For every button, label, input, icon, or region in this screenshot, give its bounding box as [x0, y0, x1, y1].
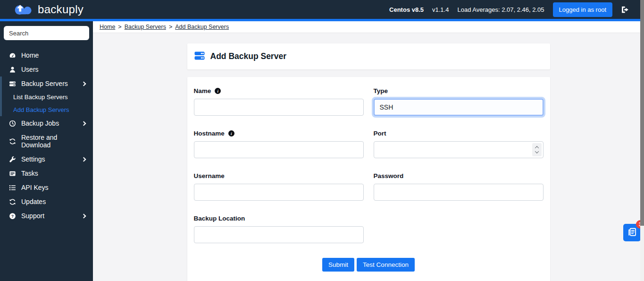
- name-input[interactable]: [194, 99, 364, 116]
- type-label: Type: [374, 87, 544, 94]
- sync-icon: [8, 137, 16, 145]
- submit-button[interactable]: Submit: [322, 258, 354, 272]
- sidebar-item-support[interactable]: ? Support: [0, 209, 93, 223]
- app-version-text: v1.1.4: [432, 6, 449, 13]
- sidebar-item-label: Restore and Download: [21, 134, 85, 149]
- news-icon: [627, 227, 637, 239]
- chevron-right-icon: [82, 121, 86, 126]
- username-input[interactable]: [194, 184, 364, 201]
- question-icon: ?: [8, 212, 16, 220]
- type-select[interactable]: [374, 99, 544, 116]
- backup-location-field-group: Backup Location: [194, 215, 364, 243]
- password-field-group: Password: [374, 172, 544, 201]
- sidebar-item-restore-and-download[interactable]: Restore and Download: [0, 130, 93, 152]
- brand-name: backuply: [38, 3, 84, 16]
- password-label: Password: [374, 172, 544, 179]
- sidebar-item-settings[interactable]: Settings: [0, 152, 93, 166]
- server-icon: [194, 50, 205, 63]
- password-input[interactable]: [374, 184, 544, 201]
- name-label: Name i: [194, 87, 364, 94]
- top-bar: backuply Centos v8.5 v1.1.4 Load Average…: [0, 0, 644, 19]
- sidebar-item-label: Support: [21, 212, 44, 220]
- breadcrumb-home-link[interactable]: Home: [100, 24, 115, 30]
- svg-text:?: ?: [11, 213, 13, 218]
- backup-location-input[interactable]: [194, 226, 364, 243]
- breadcrumb-separator: >: [169, 24, 172, 30]
- os-version-text: Centos v8.5: [389, 6, 424, 13]
- sidebar: Home Users Backup Servers List Backup Se…: [0, 21, 93, 281]
- backup-location-label: Backup Location: [194, 215, 364, 222]
- stepper-down-icon[interactable]: [535, 149, 538, 153]
- sidebar-item-add-backup-servers[interactable]: Add Backup Servers: [0, 103, 93, 116]
- username-label: Username: [194, 172, 364, 179]
- chevron-right-icon: [82, 213, 86, 218]
- sidebar-item-label: Updates: [21, 198, 46, 205]
- main-content: Home > Backup Servers > Add Backup Serve…: [93, 21, 644, 281]
- sidebar-item-tasks[interactable]: Tasks: [0, 166, 93, 180]
- sidebar-item-home[interactable]: Home: [0, 48, 93, 62]
- sidebar-item-updates[interactable]: Updates: [0, 195, 93, 209]
- breadcrumb-backup-servers-link[interactable]: Backup Servers: [125, 24, 166, 30]
- hostname-label: Hostname i: [194, 130, 364, 137]
- sidebar-item-label: API Keys: [21, 184, 49, 191]
- cloud-upload-logo-icon: [13, 1, 34, 17]
- list-icon: [8, 184, 16, 191]
- sidebar-nav: Home Users Backup Servers List Backup Se…: [0, 48, 93, 223]
- sidebar-item-label: Home: [21, 51, 39, 59]
- add-backup-server-form: Name i Type Hostname: [187, 77, 550, 281]
- wrench-icon: [8, 155, 16, 163]
- port-field-group: Port: [374, 130, 544, 158]
- user-icon: [8, 66, 16, 73]
- info-icon[interactable]: i: [228, 130, 234, 136]
- name-field-group: Name i: [194, 87, 364, 116]
- page-scrollbar[interactable]: [640, 0, 644, 281]
- sidebar-item-label: Tasks: [21, 170, 38, 177]
- tasks-icon: [8, 170, 16, 177]
- news-widget-button[interactable]: 3: [623, 224, 641, 241]
- number-stepper[interactable]: [532, 143, 542, 156]
- port-input[interactable]: [374, 141, 544, 158]
- logged-in-as-root-button[interactable]: Logged in as root: [553, 2, 612, 17]
- sidebar-group-backup-servers: Backup Servers List Backup Servers Add B…: [0, 77, 93, 116]
- port-label: Port: [374, 130, 544, 137]
- brand-logo: backuply: [13, 1, 84, 17]
- info-icon[interactable]: i: [215, 88, 221, 94]
- chevron-right-icon: [82, 81, 86, 86]
- sidebar-item-label: Backup Servers: [21, 80, 68, 87]
- load-averages-text: Load Averages: 2.07, 2.46, 2.05: [457, 6, 544, 13]
- clock-icon: [8, 119, 16, 127]
- page-title-card: Add Backup Server: [187, 43, 550, 69]
- sidebar-item-api-keys[interactable]: API Keys: [0, 180, 93, 195]
- username-field-group: Username: [194, 172, 364, 201]
- top-bar-right: Centos v8.5 v1.1.4 Load Averages: 2.07, …: [389, 2, 630, 17]
- dashboard-icon: [8, 51, 16, 59]
- scrollbar-thumb[interactable]: [640, 0, 644, 226]
- hostname-input[interactable]: [194, 141, 364, 158]
- server-icon: [8, 80, 16, 87]
- sidebar-item-backup-jobs[interactable]: Backup Jobs: [0, 116, 93, 130]
- search-input[interactable]: [4, 26, 89, 40]
- page-title: Add Backup Server: [210, 51, 286, 61]
- sidebar-item-backup-servers[interactable]: Backup Servers: [0, 77, 93, 91]
- sidebar-item-label: Users: [21, 66, 39, 73]
- sidebar-item-label: Settings: [21, 155, 45, 163]
- sidebar-item-list-backup-servers[interactable]: List Backup Servers: [0, 91, 93, 103]
- chevron-right-icon: [82, 157, 86, 162]
- breadcrumb: Home > Backup Servers > Add Backup Serve…: [93, 21, 644, 33]
- breadcrumb-add-backup-servers-link[interactable]: Add Backup Servers: [175, 24, 229, 30]
- type-field-group: Type: [374, 87, 544, 116]
- test-connection-button[interactable]: Test Connection: [357, 258, 415, 272]
- hostname-field-group: Hostname i: [194, 130, 364, 158]
- breadcrumb-separator: >: [118, 24, 121, 30]
- refresh-icon: [8, 198, 16, 205]
- sidebar-item-label: Backup Jobs: [21, 119, 59, 127]
- sidebar-item-users[interactable]: Users: [0, 62, 93, 77]
- logout-icon[interactable]: [621, 6, 630, 14]
